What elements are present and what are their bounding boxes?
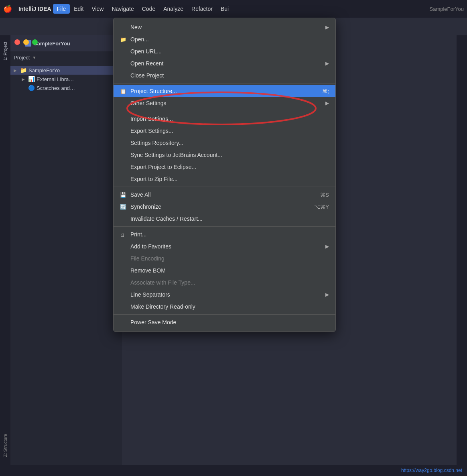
window-title: SampleForYou — [429, 6, 464, 12]
tree-arrow: ▶ — [14, 68, 18, 73]
menu-item-close-project[interactable]: Close Project — [114, 69, 335, 81]
menu-item-export-zip[interactable]: Export to Zip File... — [114, 173, 335, 185]
menu-section-1: New ▶ 📁 Open... Open URL... Open Recent … — [114, 20, 335, 83]
menu-item-export-eclipse[interactable]: Export Project to Eclipse... — [114, 161, 335, 173]
other-settings-arrow: ▶ — [325, 100, 329, 106]
save-all-icon: 💾 — [120, 192, 128, 198]
menu-section-6: Power Save Mode — [114, 315, 335, 330]
folder-icon: 📁 — [20, 67, 27, 73]
libraries-icon: 📊 — [28, 76, 35, 82]
close-project-label: Close Project — [130, 72, 329, 79]
invalidate-caches-label: Invalidate Caches / Restart... — [130, 216, 329, 222]
structure-tab[interactable]: Z: Structure — [2, 431, 8, 460]
menu-item-invalidate-caches[interactable]: Invalidate Caches / Restart... — [114, 213, 335, 225]
view-menu[interactable]: View — [87, 4, 108, 14]
associate-file-type-label: Associate with File Type... — [130, 279, 329, 286]
sync-settings-label: Sync Settings to JetBrains Account... — [130, 152, 329, 158]
navigate-menu[interactable]: Navigate — [108, 4, 138, 14]
project-structure-icon: 📋 — [120, 88, 128, 94]
menu-item-print[interactable]: 🖨 Print... — [114, 228, 335, 240]
project-tab[interactable]: 1: Project — [2, 39, 8, 63]
project-name: SampleForYou — [34, 41, 70, 47]
file-menu[interactable]: File — [53, 4, 70, 14]
tree-item-libraries[interactable]: ▶ 📊 External Libra… — [10, 75, 122, 83]
close-button[interactable] — [14, 39, 20, 45]
menu-item-power-save[interactable]: Power Save Mode — [114, 316, 335, 328]
analyze-menu[interactable]: Analyze — [159, 4, 187, 14]
make-readonly-label: Make Directory Read-only — [130, 303, 329, 310]
menu-bar: 🍎 IntelliJ IDEA File Edit View Navigate … — [0, 0, 467, 18]
menu-item-import-settings[interactable]: Import Settings... — [114, 113, 335, 125]
print-icon: 🖨 — [120, 232, 128, 238]
refactor-menu[interactable]: Refactor — [187, 4, 217, 14]
tree-arrow-lib: ▶ — [22, 77, 26, 81]
tree-item-label: SampleForYo — [28, 67, 60, 73]
import-settings-label: Import Settings... — [130, 116, 329, 122]
app-name[interactable]: IntelliJ IDEA — [18, 6, 51, 12]
line-separators-arrow: ▶ — [325, 292, 329, 297]
menu-item-other-settings[interactable]: Other Settings ▶ — [114, 97, 335, 109]
menu-section-2: 📋 Project Structure... ⌘; Other Settings… — [114, 83, 335, 111]
edit-menu[interactable]: Edit — [70, 4, 87, 14]
tree-item-libraries-label: External Libra… — [37, 76, 74, 82]
export-settings-label: Export Settings... — [130, 128, 329, 134]
menu-item-new[interactable]: New ▶ — [114, 21, 335, 33]
menu-section-4: 💾 Save All ⌘S 🔄 Synchronize ⌥⌘Y Invalida… — [114, 187, 335, 227]
status-url[interactable]: https://way2go.blog.csdn.net — [401, 468, 462, 473]
menu-item-open-url[interactable]: Open URL... — [114, 45, 335, 57]
file-dropdown-menu: New ▶ 📁 Open... Open URL... Open Recent … — [113, 18, 336, 332]
project-dropdown-arrow[interactable]: ▼ — [32, 55, 36, 60]
file-encoding-label: File Encoding — [130, 255, 329, 262]
line-separators-label: Line Separators — [130, 291, 322, 298]
menu-item-associate-file-type: Associate with File Type... — [114, 277, 335, 289]
menu-item-export-settings[interactable]: Export Settings... — [114, 125, 335, 137]
menu-section-3: Import Settings... Export Settings... Se… — [114, 111, 335, 187]
other-settings-label: Other Settings — [130, 100, 322, 106]
build-menu[interactable]: Bui — [217, 4, 233, 14]
project-toolbar: Project ▼ — [10, 51, 122, 64]
menu-item-settings-repo[interactable]: Settings Repository... — [114, 137, 335, 149]
synchronize-label: Synchronize — [130, 203, 305, 210]
minimize-button[interactable] — [23, 39, 29, 45]
tree-item-scratches[interactable]: 🔵 Scratches and… — [10, 83, 122, 92]
menu-item-add-favorites[interactable]: Add to Favorites ▶ — [114, 240, 335, 252]
open-label: Open... — [130, 36, 329, 43]
code-menu[interactable]: Code — [138, 4, 159, 14]
synchronize-icon: 🔄 — [120, 204, 128, 210]
project-panel: SampleForYou Project ▼ ▶ 📁 SampleForYo ▶… — [10, 35, 122, 476]
new-arrow: ▶ — [325, 24, 329, 30]
project-label: Project — [14, 55, 30, 61]
menu-item-project-structure[interactable]: 📋 Project Structure... ⌘; — [114, 85, 335, 97]
new-label: New — [130, 24, 322, 31]
side-tabs-left: 1: Project Z: Structure — [0, 35, 10, 476]
synchronize-shortcut: ⌥⌘Y — [314, 204, 329, 210]
menu-item-open[interactable]: 📁 Open... — [114, 33, 335, 45]
project-tree: ▶ 📁 SampleForYo ▶ 📊 External Libra… 🔵 Sc… — [10, 64, 122, 94]
save-all-label: Save All — [130, 191, 311, 198]
zoom-button[interactable] — [32, 39, 38, 45]
project-structure-shortcut: ⌘; — [322, 88, 329, 94]
menu-item-open-recent[interactable]: Open Recent ▶ — [114, 57, 335, 69]
project-structure-label: Project Structure... — [130, 88, 313, 94]
side-tabs-right — [457, 35, 467, 476]
apple-menu[interactable]: 🍎 — [3, 4, 12, 13]
add-favorites-arrow: ▶ — [325, 244, 329, 249]
add-favorites-label: Add to Favorites — [130, 243, 322, 250]
menu-item-remove-bom[interactable]: Remove BOM — [114, 264, 335, 277]
save-all-shortcut: ⌘S — [320, 192, 329, 198]
menu-item-file-encoding: File Encoding — [114, 252, 335, 264]
menu-item-sync-settings[interactable]: Sync Settings to JetBrains Account... — [114, 149, 335, 161]
open-recent-label: Open Recent — [130, 60, 322, 67]
status-bar: https://way2go.blog.csdn.net — [0, 465, 467, 476]
menu-item-make-readonly[interactable]: Make Directory Read-only — [114, 301, 335, 313]
menu-item-synchronize[interactable]: 🔄 Synchronize ⌥⌘Y — [114, 201, 335, 213]
traffic-lights — [14, 39, 38, 45]
print-label: Print... — [130, 231, 329, 238]
tree-item-root[interactable]: ▶ 📁 SampleForYo — [10, 66, 122, 75]
menu-item-save-all[interactable]: 💾 Save All ⌘S — [114, 189, 335, 201]
power-save-label: Power Save Mode — [130, 319, 329, 325]
settings-repo-label: Settings Repository... — [130, 140, 329, 146]
menu-item-line-separators[interactable]: Line Separators ▶ — [114, 289, 335, 301]
export-eclipse-label: Export Project to Eclipse... — [130, 164, 329, 170]
tree-item-scratches-label: Scratches and… — [37, 85, 75, 91]
